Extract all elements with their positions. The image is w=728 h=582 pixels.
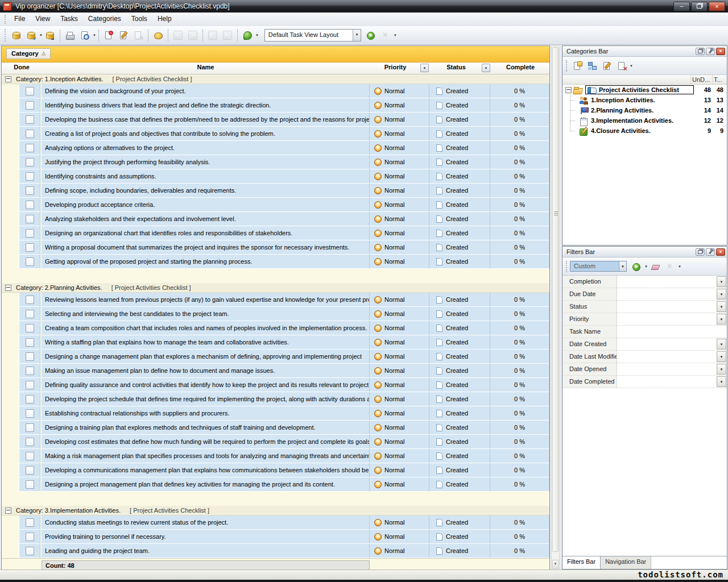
dropdown-caret-icon[interactable]: ▼ — [678, 265, 681, 268]
close-button[interactable]: × — [709, 2, 725, 11]
layout-combo-dropdown[interactable]: ▼ — [353, 30, 361, 41]
print-button[interactable] — [63, 28, 77, 43]
tab-filters-bar[interactable]: Filters Bar — [562, 556, 601, 569]
column-header-name[interactable]: Name — [42, 64, 370, 70]
task-name-cell[interactable]: Creating a team composition chart that i… — [42, 321, 370, 335]
status-cell[interactable]: Created — [429, 212, 490, 226]
task-name-cell[interactable]: Developing a communications management p… — [42, 463, 370, 477]
filter-value[interactable] — [617, 363, 716, 375]
add-subcategory-button[interactable] — [585, 59, 599, 73]
done-checkbox[interactable] — [26, 115, 34, 124]
category-tree-item[interactable]: 4.Closure Activities.99 — [562, 126, 727, 136]
task-name-cell[interactable]: Developing the project schedule that def… — [42, 392, 370, 406]
delete-category-button[interactable] — [614, 59, 629, 73]
complete-cell[interactable]: 0 % — [490, 378, 549, 392]
status-cell[interactable]: Created — [429, 155, 490, 169]
status-cell[interactable]: Created — [429, 84, 490, 98]
task-name-cell[interactable]: Leading and guiding the project team. — [42, 544, 370, 558]
priority-cell[interactable]: Normal — [370, 406, 429, 421]
total-column-header[interactable]: T... — [712, 75, 727, 84]
done-checkbox[interactable] — [26, 395, 34, 404]
task-name-cell[interactable]: Writing a proposal document that summari… — [42, 240, 370, 255]
restore-button[interactable] — [691, 2, 708, 11]
priority-cell[interactable]: Normal — [370, 255, 429, 269]
category-tree-item[interactable]: 3.Implementation Activities.1212 — [562, 115, 727, 126]
status-cell[interactable]: Created — [429, 449, 490, 463]
filter-value[interactable] — [617, 351, 716, 363]
done-checkbox[interactable] — [26, 186, 34, 195]
complete-cell[interactable]: 0 % — [490, 350, 549, 364]
filter-preset-combo[interactable]: Custom ▼ — [570, 261, 627, 272]
tab-navigation-bar[interactable]: Navigation Bar — [601, 556, 651, 569]
done-checkbox[interactable] — [26, 533, 34, 541]
scrollbar-thumb[interactable] — [552, 47, 559, 552]
edit-category-button[interactable] — [599, 59, 614, 73]
filter-dropdown-button[interactable]: ▼ — [717, 301, 726, 312]
group-by-category-button[interactable]: Category △ — [6, 48, 51, 59]
status-cell[interactable]: Created — [429, 293, 490, 307]
done-checkbox[interactable] — [26, 352, 34, 361]
priority-cell[interactable]: Normal — [370, 169, 429, 184]
status-filter-button[interactable]: ▼ — [482, 64, 490, 72]
complete-cell[interactable]: 0 % — [490, 406, 549, 421]
complete-cell[interactable]: 0 % — [490, 127, 549, 141]
status-cell[interactable]: Created — [429, 307, 490, 321]
done-checkbox[interactable] — [26, 338, 34, 347]
complete-cell[interactable]: 0 % — [490, 198, 549, 212]
category-tree-item[interactable]: 2.Planning Activities.1414 — [562, 105, 727, 115]
toolbar-overflow-icon[interactable]: ▼ — [394, 34, 397, 37]
filter-dropdown-button[interactable]: ▼ — [717, 351, 726, 362]
priority-cell[interactable]: Normal — [370, 307, 429, 321]
task-name-cell[interactable]: Justifying the project through performin… — [42, 155, 370, 169]
priority-cell[interactable]: Normal — [370, 516, 429, 530]
complete-cell[interactable]: 0 % — [490, 321, 549, 335]
task-name-cell[interactable]: Developing product acceptance criteria. — [42, 198, 370, 212]
complete-cell[interactable]: 0 % — [490, 544, 549, 558]
filter-value[interactable] — [617, 276, 716, 288]
done-checkbox[interactable] — [26, 87, 34, 95]
collapse-group-icon[interactable] — [5, 508, 11, 514]
priority-cell[interactable]: Normal — [370, 335, 429, 350]
task-name-cell[interactable]: Providing training to personnel if neces… — [42, 530, 370, 544]
complete-cell[interactable]: 0 % — [490, 240, 549, 255]
task-name-cell[interactable]: Identifying business drivers that lead t… — [42, 98, 370, 113]
status-cell[interactable]: Created — [429, 98, 490, 113]
complete-cell[interactable]: 0 % — [490, 255, 549, 269]
task-name-cell[interactable]: Defining quality assurance and control a… — [42, 378, 370, 392]
done-checkbox[interactable] — [26, 310, 34, 318]
new-task-button[interactable] — [101, 28, 116, 43]
complete-cell[interactable]: 0 % — [490, 364, 549, 378]
panel-close-button[interactable]: × — [716, 248, 725, 256]
task-name-cell[interactable]: Creating a list of project goals and obj… — [42, 127, 370, 141]
complete-cell[interactable]: 0 % — [490, 226, 549, 240]
complete-cell[interactable]: 0 % — [490, 141, 549, 155]
dropdown-caret-icon[interactable]: ▼ — [93, 34, 96, 37]
complete-cell[interactable]: 0 % — [490, 477, 549, 492]
complete-cell[interactable]: 0 % — [490, 516, 549, 530]
filter-value[interactable] — [617, 376, 716, 388]
status-cell[interactable]: Created — [429, 335, 490, 350]
complete-cell[interactable]: 0 % — [490, 449, 549, 463]
status-cell[interactable]: Created — [429, 364, 490, 378]
done-checkbox[interactable] — [26, 130, 34, 138]
priority-cell[interactable]: Normal — [370, 364, 429, 378]
filter-dropdown-button[interactable]: ▼ — [717, 276, 726, 287]
add-category-button[interactable] — [570, 59, 585, 73]
complete-cell[interactable]: 0 % — [490, 184, 549, 198]
status-cell[interactable]: Created — [429, 463, 490, 477]
scroll-down-button[interactable]: ▼ — [552, 560, 559, 569]
dropdown-caret-icon[interactable]: ▼ — [255, 34, 259, 37]
filter-dropdown-button[interactable]: ▼ — [717, 289, 726, 300]
priority-cell[interactable]: Normal — [370, 98, 429, 113]
priority-cell[interactable]: Normal — [370, 350, 429, 364]
status-cell[interactable]: Created — [429, 198, 490, 212]
done-checkbox[interactable] — [26, 452, 34, 460]
menu-item-tasks[interactable]: Tasks — [55, 13, 83, 26]
column-header-status[interactable]: Status — [431, 64, 481, 70]
complete-cell[interactable]: 0 % — [490, 435, 549, 449]
column-header-priority[interactable]: Priority — [371, 64, 420, 70]
done-checkbox[interactable] — [26, 518, 34, 527]
task-name-cell[interactable]: Establishing contractual relationships w… — [42, 406, 370, 421]
highlight-button[interactable] — [151, 28, 166, 43]
filter-dropdown-button[interactable]: ▼ — [717, 376, 726, 387]
